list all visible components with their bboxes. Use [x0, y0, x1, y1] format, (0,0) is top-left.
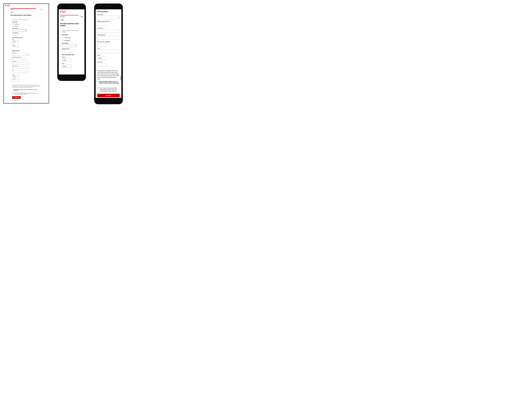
- consent-checkbox-row[interactable]: Yes, I have read and accept the Authoriz…: [12, 93, 40, 95]
- required-note: All fields required unless marked option…: [12, 19, 40, 20]
- desktop-viewport: minute clinic Payment 80% ‹ Back Provide…: [3, 3, 49, 103]
- first-name-label: First name: [97, 14, 120, 15]
- radio-fsa-hsa[interactable]: FSA/HSA: [62, 40, 81, 41]
- brand-logo: minute clinic: [60, 10, 83, 13]
- chevron-down-icon: ⌄: [17, 41, 18, 42]
- app-header: minute clinic: [59, 9, 85, 14]
- chevron-down-icon: ⌄: [17, 46, 18, 47]
- security-code-label: Security code: [12, 32, 40, 33]
- progress-bar: Payment 80%: [10, 9, 42, 10]
- state-select[interactable]: Select ⌄: [97, 56, 107, 60]
- card-number-input[interactable]: [62, 44, 77, 47]
- month-select[interactable]: Select ⌄: [62, 58, 71, 62]
- state-label: State: [12, 74, 40, 75]
- payment-card-panel: All fields required unless marked option…: [10, 18, 42, 101]
- chevron-down-icon: ⌄: [105, 57, 106, 59]
- security-code-input[interactable]: [62, 50, 71, 53]
- street-input[interactable]: [12, 66, 29, 69]
- card-number-input[interactable]: [12, 29, 27, 31]
- security-code-input[interactable]: [12, 34, 19, 36]
- progress-percent: 80%: [81, 16, 83, 17]
- authorization-accordion[interactable]: ⌄ Authorization to Store and Use Credit …: [12, 89, 40, 91]
- progress-step-label: Payment: [60, 16, 65, 17]
- city-label: City: [97, 48, 120, 49]
- expiration-heading: Card expiration date: [62, 54, 81, 55]
- card-number-label: Card number: [12, 28, 40, 29]
- chevron-down-icon: ⌄: [12, 89, 13, 90]
- radio-icon: [62, 37, 63, 38]
- state-label: State: [97, 55, 120, 56]
- mobile-viewport-1: minute clinic Payment 80% ‹ Back Provide…: [57, 3, 86, 81]
- last-name-label: Last name: [12, 61, 40, 62]
- middle-label: Middle initial (optional): [12, 57, 40, 58]
- middle-input[interactable]: [97, 23, 106, 26]
- radio-fsa-hsa[interactable]: FSA/HSA: [12, 26, 40, 27]
- unit-input[interactable]: [97, 43, 106, 46]
- autofill-icon: [27, 54, 28, 55]
- unit-label: Unit, apt, etc. (optional): [97, 41, 120, 42]
- billing-heading: Billing address: [97, 11, 120, 12]
- heart-icon: [60, 11, 61, 13]
- billing-heading: Billing address: [12, 49, 40, 51]
- chevron-down-icon: ⌄: [97, 81, 98, 83]
- radio-icon: [12, 23, 13, 25]
- first-name-input[interactable]: [12, 54, 29, 56]
- year-select[interactable]: Select ⌄: [62, 65, 71, 68]
- radio-icon: [12, 26, 13, 27]
- last-name-input[interactable]: [97, 29, 120, 33]
- chevron-down-icon: ⌄: [69, 66, 70, 67]
- checkbox-icon: [12, 93, 13, 94]
- chevron-left-icon: ‹: [10, 11, 11, 13]
- app-header: minute clinic: [4, 4, 49, 7]
- radio-credit-card[interactable]: Credit card: [62, 37, 81, 38]
- mobile-viewport-2: Billing address First name Middle initia…: [94, 3, 123, 104]
- city-input[interactable]: [12, 71, 29, 73]
- continue-button[interactable]: Continue: [97, 94, 120, 97]
- month-select[interactable]: Select ⌄: [12, 40, 19, 43]
- year-select[interactable]: Select ⌄: [12, 45, 19, 47]
- middle-input[interactable]: [12, 58, 27, 60]
- card-number-label: Card number: [62, 43, 81, 44]
- autofill-icon: [118, 17, 119, 18]
- authorization-accordion[interactable]: ⌄ Authorization to Store and Use Credit …: [97, 81, 120, 84]
- zip-input[interactable]: [97, 63, 106, 67]
- street-label: Street address: [12, 65, 40, 66]
- month-label: Month: [12, 39, 40, 40]
- heart-icon: [5, 5, 6, 6]
- city-input[interactable]: [97, 50, 120, 53]
- card-icon: [25, 30, 26, 31]
- zip-input[interactable]: [12, 80, 19, 82]
- city-label: City: [12, 70, 40, 71]
- first-name-label: First name: [12, 52, 40, 53]
- brand-logo: minute clinic: [5, 5, 48, 6]
- street-label: Street address: [97, 34, 120, 36]
- security-code-label: Security code: [62, 48, 81, 49]
- expiration-heading: Card expiration date: [12, 37, 40, 38]
- radio-credit-card[interactable]: Credit card: [12, 23, 40, 25]
- street-input[interactable]: [97, 36, 120, 40]
- progress-bar: [60, 15, 83, 15]
- year-label: Year: [62, 63, 81, 64]
- continue-button[interactable]: Continue: [12, 96, 21, 99]
- chevron-left-icon: ‹: [60, 19, 61, 20]
- state-select[interactable]: Select ⌄: [12, 75, 19, 77]
- consent-checkbox-row[interactable]: Yes, I have read and accept the Authoriz…: [97, 85, 120, 92]
- page-title: Provide payment card details: [10, 14, 42, 16]
- feedback-tab[interactable]: Feedback: [120, 75, 121, 81]
- brand-text: minute clinic: [7, 5, 10, 6]
- back-link[interactable]: ‹ Back: [60, 19, 64, 20]
- progress-step-label: Payment: [10, 9, 14, 10]
- back-link[interactable]: ‹ Back: [10, 11, 13, 13]
- disclaimer-text: This card will be charged only for this …: [97, 68, 120, 80]
- disclaimer-text: This card will be charged only for this …: [12, 83, 40, 88]
- last-name-input[interactable]: [12, 62, 29, 64]
- zip-label: ZIP code: [97, 61, 120, 63]
- checkbox-icon: [97, 87, 99, 89]
- card-icon: [75, 45, 76, 46]
- card-type-heading: Card Type: [12, 21, 40, 23]
- month-label: Month: [62, 56, 81, 58]
- chevron-down-icon: ⌄: [69, 59, 70, 61]
- page-title: Provide payment card details: [60, 23, 83, 27]
- first-name-input[interactable]: [97, 16, 120, 19]
- required-note: All fields required unless marked option…: [62, 30, 81, 32]
